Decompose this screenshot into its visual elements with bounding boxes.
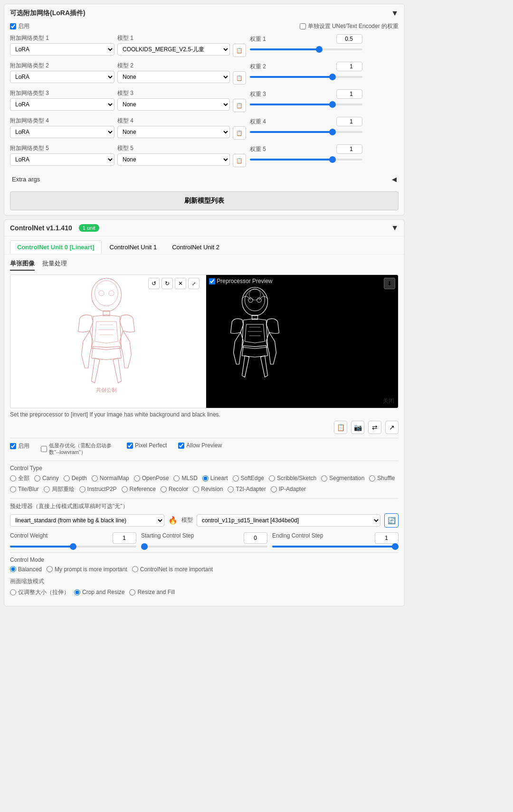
- lora-weight-slider-5[interactable]: [250, 159, 362, 161]
- undo-btn[interactable]: ↺: [148, 278, 160, 289]
- expand-btn[interactable]: ⤢: [188, 278, 200, 289]
- resize-mode-radio-0[interactable]: [10, 589, 16, 595]
- preprocessor-select[interactable]: lineart_standard (from white bg & black …: [10, 514, 164, 527]
- redo-btn[interactable]: ↻: [162, 278, 173, 289]
- low-vram-checkbox[interactable]: [41, 446, 47, 452]
- control-type-radio-10[interactable]: [369, 475, 375, 482]
- control-type-Revision[interactable]: Revision: [193, 485, 223, 493]
- control-type-radio-17[interactable]: [228, 486, 234, 492]
- swap-icon-btn[interactable]: ⇄: [368, 421, 381, 434]
- camera-icon-btn[interactable]: 📷: [351, 421, 364, 434]
- lora-weight-input-2[interactable]: [336, 62, 362, 71]
- ending-step-slider[interactable]: [272, 546, 399, 548]
- control-mode-radio-2[interactable]: [132, 566, 138, 572]
- lora-model-select-3[interactable]: None: [117, 98, 230, 111]
- control-type-radio-16[interactable]: [193, 486, 199, 492]
- control-type-radio-11[interactable]: [10, 486, 16, 492]
- control-mode-1[interactable]: My prompt is more important: [47, 566, 127, 573]
- single-setting-check[interactable]: 单独设置 UNet/Text Encoder 的权重: [300, 22, 399, 30]
- allow-preview-check[interactable]: Allow Preview: [178, 442, 222, 449]
- extra-args-row[interactable]: Extra args ◀: [10, 172, 399, 187]
- control-type-Depth[interactable]: Depth: [64, 474, 87, 482]
- lora-copy-btn-4[interactable]: 📋: [233, 126, 246, 140]
- preview-checkbox[interactable]: [209, 278, 215, 284]
- lora-copy-btn-5[interactable]: 📋: [233, 154, 246, 167]
- control-weight-input[interactable]: [113, 532, 136, 544]
- ending-step-input[interactable]: [375, 532, 399, 544]
- lora-weight-slider-4[interactable]: [250, 131, 362, 133]
- lora-weight-input-3[interactable]: [336, 89, 362, 99]
- control-type-Reference[interactable]: Reference: [122, 485, 156, 493]
- control-type-radio-2[interactable]: [64, 475, 70, 482]
- control-type-radio-4[interactable]: [134, 475, 140, 482]
- lora-copy-btn-3[interactable]: 📋: [233, 99, 246, 112]
- control-type-MLSD[interactable]: MLSD: [173, 474, 197, 482]
- starting-step-slider[interactable]: [141, 546, 267, 548]
- refresh-model-btn[interactable]: 刷新模型列表: [10, 191, 399, 210]
- control-type-Recolor[interactable]: Recolor: [161, 485, 188, 493]
- model-refresh-btn[interactable]: 🔄: [384, 513, 399, 528]
- control-type-T2I-Adapter[interactable]: T2I-Adapter: [228, 485, 266, 493]
- input-image-area[interactable]: ↺ ↻ ✕ ⤢: [10, 275, 202, 408]
- controlnet-collapse-icon[interactable]: ▼: [391, 224, 399, 232]
- lora-weight-input-5[interactable]: [336, 144, 362, 154]
- control-type-Segmentation[interactable]: Segmentation: [321, 474, 364, 482]
- lora-weight-slider-1[interactable]: [250, 48, 362, 50]
- starting-step-input[interactable]: [244, 532, 267, 544]
- control-type-radio-14[interactable]: [122, 486, 128, 492]
- lora-model-select-4[interactable]: None: [117, 126, 230, 138]
- model-select[interactable]: control_v11p_sd15_lineart [43d4be0d]: [197, 514, 380, 527]
- control-type-radio-1[interactable]: [34, 475, 40, 482]
- control-type-radio-12[interactable]: [44, 486, 50, 492]
- control-type-Tile-Blur[interactable]: Tile/Blur: [10, 485, 39, 493]
- control-type-NormalMap[interactable]: NormalMap: [92, 474, 129, 482]
- lora-collapse-icon[interactable]: ▼: [391, 9, 399, 18]
- control-mode-radio-1[interactable]: [47, 566, 53, 572]
- cn-enabled-checkbox[interactable]: [10, 443, 16, 449]
- control-type-Lineart[interactable]: Lineart: [202, 474, 228, 482]
- control-type-Shuffle[interactable]: Shuffle: [369, 474, 395, 482]
- resize-mode-0[interactable]: 仅调整大小（拉伸）: [10, 588, 69, 596]
- img-tab-1[interactable]: 批量处理: [42, 259, 67, 271]
- low-vram-check[interactable]: 低显存优化（需配合启动参数"--lowvram"）: [41, 442, 115, 456]
- expand-icon-btn[interactable]: ↗: [385, 421, 399, 434]
- lora-enabled-check[interactable]: 启用: [10, 22, 29, 30]
- single-setting-checkbox[interactable]: [300, 23, 306, 29]
- clear-btn[interactable]: ✕: [175, 278, 186, 289]
- control-type-radio-18[interactable]: [271, 486, 277, 492]
- lora-model-select-2[interactable]: None: [117, 71, 230, 83]
- control-type-局部重绘[interactable]: 局部重绘: [44, 485, 75, 493]
- control-mode-radio-0[interactable]: [10, 566, 16, 572]
- control-type-radio-3[interactable]: [92, 475, 98, 482]
- lora-model-select-1[interactable]: COOLKIDS_MERGE_V2.5-儿童: [117, 43, 230, 56]
- lora-type-select-3[interactable]: LoRA: [10, 98, 114, 111]
- pixel-perfect-checkbox[interactable]: [127, 443, 133, 449]
- control-type-全部[interactable]: 全部: [10, 474, 29, 482]
- lora-type-select-1[interactable]: LoRA: [10, 43, 114, 56]
- close-label[interactable]: 关闭: [383, 397, 394, 405]
- lora-type-select-5[interactable]: LoRA: [10, 153, 114, 166]
- control-type-IP-Adapter[interactable]: IP-Adapter: [271, 485, 306, 493]
- control-type-radio-13[interactable]: [79, 486, 86, 492]
- lora-model-select-5[interactable]: None: [117, 153, 230, 166]
- lora-copy-btn-1[interactable]: 📋: [233, 44, 246, 57]
- cn-enabled-check[interactable]: 启用: [10, 442, 29, 450]
- control-type-radio-8[interactable]: [269, 475, 275, 482]
- lora-type-select-4[interactable]: LoRA: [10, 126, 114, 138]
- lora-weight-slider-2[interactable]: [250, 76, 362, 78]
- cn-tab-0[interactable]: ControlNet Unit 0 [Lineart]: [10, 240, 102, 254]
- cn-tab-1[interactable]: ControlNet Unit 1: [103, 240, 164, 254]
- copy-icon-btn[interactable]: 📋: [334, 421, 347, 434]
- lora-enabled-checkbox[interactable]: [10, 23, 16, 29]
- resize-mode-1[interactable]: Crop and Resize: [74, 588, 124, 596]
- lora-weight-input-4[interactable]: [336, 117, 362, 126]
- control-type-InstructP2P[interactable]: InstructP2P: [79, 485, 117, 493]
- download-preview-btn[interactable]: ⬇: [384, 278, 395, 289]
- img-tab-0[interactable]: 单张图像: [10, 259, 35, 271]
- allow-preview-checkbox[interactable]: [178, 443, 184, 449]
- lora-weight-slider-3[interactable]: [250, 104, 362, 105]
- resize-mode-2[interactable]: Resize and Fill: [129, 588, 175, 596]
- lora-weight-input-1[interactable]: [336, 34, 362, 44]
- control-type-OpenPose[interactable]: OpenPose: [134, 474, 169, 482]
- control-type-radio-9[interactable]: [321, 475, 327, 482]
